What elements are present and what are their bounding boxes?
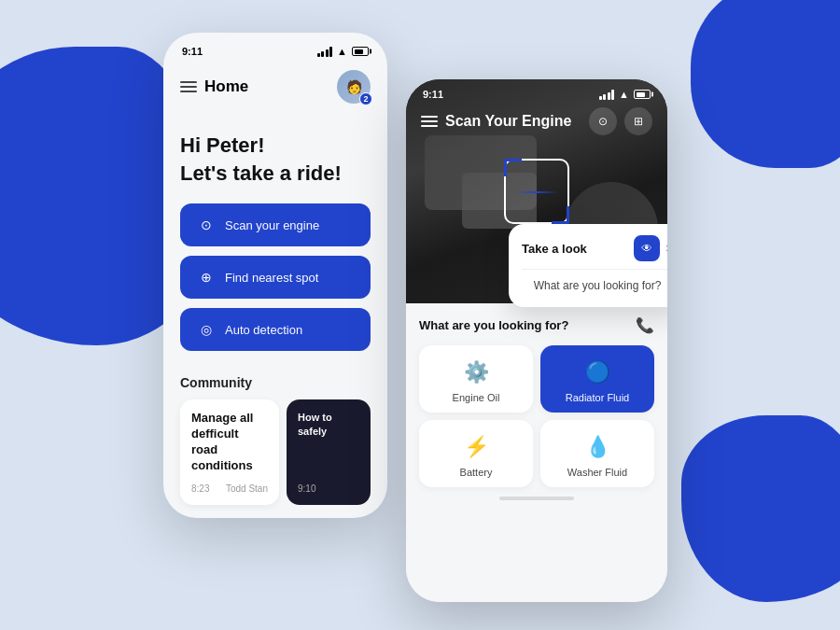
find-nearest-icon: ⊕ [197,268,216,287]
tooltip-close-button[interactable]: × [665,242,667,255]
right-signal-icon [599,90,615,100]
tooltip-eye-button[interactable]: 👁 [634,235,660,261]
scan-line [515,191,558,193]
battery-option-icon: ⚡ [464,435,489,459]
option-battery[interactable]: ⚡ Battery [419,420,533,487]
tooltip-title: Take a look [522,242,587,256]
radiator-fluid-icon: 🔵 [585,360,610,385]
option-engine-oil[interactable]: ⚙️ Engine Oil [419,345,533,413]
left-header: Home 🧑 2 [163,63,387,115]
auto-detection-button[interactable]: ◎ Auto detection [180,308,371,351]
washer-fluid-label: Washer Fluid [567,467,627,478]
right-header-title: Scan Your Engine [445,113,571,130]
signal-icon [317,47,333,57]
greeting-text: Hi Peter! Let's take a ride! [180,132,371,187]
greeting-line1: Hi Peter! [180,133,264,157]
left-header-title: Home [204,77,248,96]
wifi-icon: ▲ [337,46,347,57]
right-wifi-icon: ▲ [619,89,629,100]
radiator-fluid-label: Radiator Fluid [566,392,629,403]
avatar-badge-count: 2 [359,92,372,105]
scan-settings-icon-button[interactable]: ⊙ [589,107,617,135]
find-nearest-button[interactable]: ⊕ Find nearest spot [180,256,371,299]
tooltip-divider [522,269,667,270]
community-section: Community Manage all defficult road cond… [163,360,387,514]
community-card-dark-time: 9:10 [298,483,359,494]
community-card-white-time: 8:23 [191,483,209,494]
community-title: Community [180,375,371,390]
grid-icon-button[interactable]: ⊞ [624,107,652,135]
option-washer-fluid[interactable]: 💧 Washer Fluid [540,420,654,487]
options-grid: ⚙️ Engine Oil 🔵 Radiator Fluid ⚡ Battery… [419,345,654,487]
tooltip-question: What are you looking for? [522,275,667,296]
community-card-dark-text: How to safely [298,411,359,438]
community-card-white-text: Manage all defficult road conditions [191,411,268,474]
washer-fluid-icon: 💧 [585,435,610,459]
community-card-white-meta: 8:23 Todd Stan [191,483,268,494]
find-nearest-label: Find nearest spot [225,271,318,285]
phone-icon: 📞 [636,316,654,334]
what-looking-title: What are you looking for? [419,318,568,332]
community-card-white[interactable]: Manage all defficult road conditions 8:2… [180,399,279,505]
tooltip-popup: Take a look 👁 × What are you looking for… [509,224,667,307]
community-card-white-author: Todd Stan [226,483,268,494]
bg-blob-right-bottom [681,415,840,602]
engine-oil-label: Engine Oil [453,392,500,403]
right-hamburger-icon[interactable] [421,116,438,127]
engine-oil-icon: ⚙️ [464,360,489,385]
scan-engine-icon: ⊙ [197,216,216,234]
home-indicator-right [499,497,574,500]
community-cards: Manage all defficult road conditions 8:2… [180,399,371,505]
greeting-section: Hi Peter! Let's take a ride! [163,115,387,203]
battery-label: Battery [460,467,493,478]
scan-square [504,159,569,224]
left-header-left: Home [180,77,248,96]
avatar[interactable]: 🧑 2 [337,70,371,104]
right-header-icons: ⊙ ⊞ [589,107,652,135]
tooltip-header: Take a look 👁 × [522,235,667,261]
tooltip-actions: 👁 × [634,235,667,261]
right-status-bar: 9:11 ▲ [406,79,667,105]
bg-blob-right-top [691,0,840,168]
left-status-bar: 9:11 ▲ [163,33,387,63]
right-header-left: Scan Your Engine [421,113,571,130]
right-time: 9:11 [423,89,443,100]
auto-detection-label: Auto detection [225,323,302,337]
right-header: Scan Your Engine ⊙ ⊞ [406,107,667,135]
community-card-dark[interactable]: How to safely 9:10 [287,399,371,505]
option-radiator-fluid[interactable]: 🔵 Radiator Fluid [540,345,654,413]
auto-detection-icon: ◎ [197,320,216,339]
right-battery-icon [634,90,651,99]
what-looking-row: What are you looking for? 📞 [419,316,654,334]
hamburger-icon[interactable] [180,81,197,92]
left-time: 9:11 [182,46,203,57]
battery-icon [352,47,369,56]
greeting-line2: Let's take a ride! [180,161,342,185]
scan-engine-button[interactable]: ⊙ Scan your engine [180,203,371,246]
scan-engine-label: Scan your engine [225,218,319,232]
phone-left: 9:11 ▲ Home 🧑 2 Hi [163,33,387,518]
phone-right-bottom: What are you looking for? 📞 ⚙️ Engine Oi… [406,303,667,602]
phone-right: 9:11 ▲ [406,79,667,602]
